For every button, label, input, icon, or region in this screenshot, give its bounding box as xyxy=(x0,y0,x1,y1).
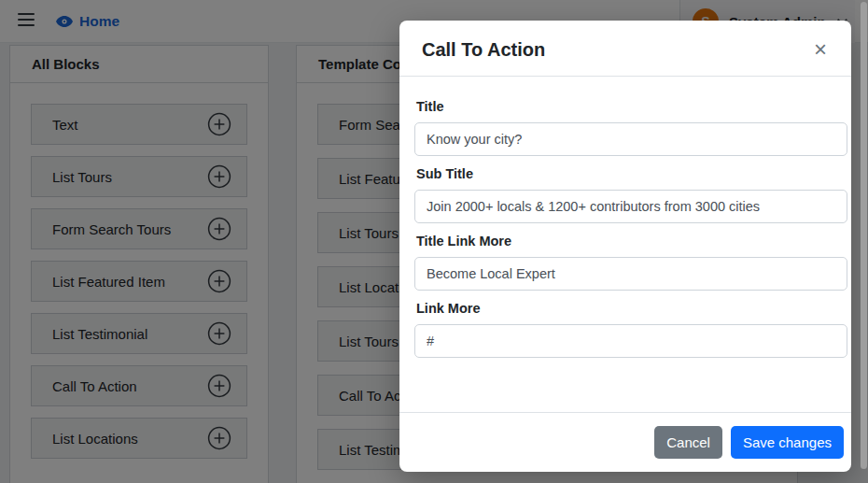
sub-title-input[interactable] xyxy=(414,190,847,223)
title-input[interactable] xyxy=(414,122,847,156)
title-link-more-input[interactable] xyxy=(414,257,847,291)
close-icon[interactable]: × xyxy=(812,36,829,63)
modal-footer: Cancel Save changes xyxy=(399,412,851,472)
call-to-action-modal: Call To Action × Title Sub Title Title L… xyxy=(399,21,851,472)
title-label: Title xyxy=(416,99,847,115)
cancel-button[interactable]: Cancel xyxy=(654,426,722,459)
scrollbar-thumb[interactable] xyxy=(861,2,867,469)
title-link-more-label: Title Link More xyxy=(416,234,847,249)
modal-title: Call To Action xyxy=(422,36,545,63)
sub-title-label: Sub Title xyxy=(416,166,847,182)
modal-body: Title Sub Title Title Link More Link Mor… xyxy=(399,77,851,412)
modal-header: Call To Action × xyxy=(399,21,851,77)
link-more-label: Link More xyxy=(416,301,847,317)
link-more-input[interactable] xyxy=(414,324,847,358)
save-changes-button[interactable]: Save changes xyxy=(731,426,844,459)
